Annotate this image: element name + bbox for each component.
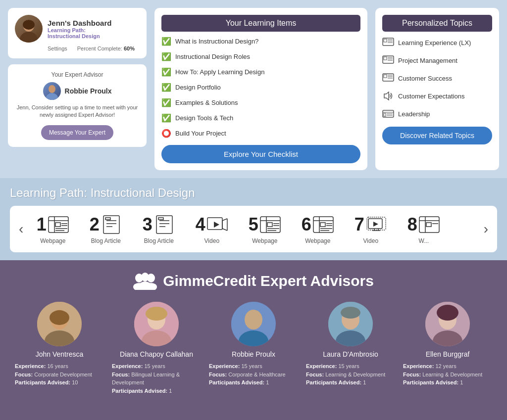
carousel-item-7[interactable]: 7 Video [347, 214, 394, 244]
item-type-label: Webpage [252, 237, 277, 244]
topic-icon-pm [382, 54, 394, 66]
checklist-item: ⭕ Build Your Project [161, 128, 360, 139]
advisor-name-diana: Diana Chapoy Callahan [120, 350, 193, 358]
carousel-item-1[interactable]: 1 Webpage [29, 214, 76, 244]
checklist-item: ✅ Examples & Solutions [161, 97, 360, 108]
percent-value: 60% [124, 46, 135, 51]
item-number-icon: 6 [302, 214, 334, 235]
advisor-card-laura: Laura D'Ambrosio Experience: 15 years Fo… [306, 302, 395, 395]
advisor-details-john: Experience: 16 years Focus: Corporate De… [15, 362, 104, 387]
svg-rect-72 [419, 217, 439, 233]
item-type-label: Webpage [40, 237, 65, 244]
left-panel: Jenn's Dashboard Learning Path: Instruct… [8, 8, 147, 170]
item-type-label: Webpage [305, 237, 330, 244]
avatar [15, 15, 43, 43]
svg-point-101 [437, 305, 458, 321]
carousel-prev-button[interactable]: ‹ [15, 221, 27, 237]
svg-rect-43 [158, 218, 163, 220]
topic-icon-lx [382, 37, 394, 48]
advisor-name-laura: Laura D'Ambrosio [323, 350, 378, 358]
svg-line-46 [222, 219, 227, 221]
svg-marker-67 [373, 222, 378, 227]
advisor-avatar-diana [134, 302, 179, 346]
svg-rect-11 [384, 57, 387, 60]
item-number-icon: 5 [249, 214, 281, 235]
item-type-label: Blog Article [91, 237, 121, 244]
topic-icon-lead [382, 108, 394, 120]
middle-panel: Your Learning Items ✅ What is Instructio… [154, 8, 367, 170]
advisor-details-robbie: Experience: 15 years Focus: Corporate & … [209, 362, 298, 387]
svg-rect-38 [105, 218, 110, 220]
topic-icon-cs [382, 72, 394, 84]
checklist-item: ✅ Design Tools & Tech [161, 112, 360, 124]
advisor-avatar-ellen [425, 302, 470, 346]
advisor-avatar-robbie [231, 302, 276, 346]
svg-point-81 [141, 273, 149, 281]
svg-rect-26 [49, 217, 68, 233]
checklist-label: Instructional Design Roles [175, 53, 250, 60]
checklist-label: Design Tools & Tech [175, 114, 233, 122]
checklist-label: Build Your Project [175, 130, 226, 137]
check-icon: ✅ [161, 113, 171, 123]
svg-point-3 [49, 85, 55, 93]
svg-point-82 [139, 281, 152, 290]
checklist-label: What is Instructional Design? [175, 38, 258, 45]
discover-topics-button[interactable]: Discover Related Topics [382, 127, 492, 144]
carousel-item-5[interactable]: 5 Webpage [241, 214, 288, 244]
dashboard-card: Jenn's Dashboard Learning Path: Instruct… [8, 8, 147, 58]
svg-point-90 [146, 307, 167, 321]
carousel-next-button[interactable]: › [480, 221, 492, 237]
svg-rect-6 [384, 39, 387, 42]
carousel-item-8[interactable]: 8 W... [400, 214, 447, 244]
svg-line-47 [222, 229, 227, 231]
advisor-avatar-laura [328, 302, 373, 346]
advisor-avatar-john [37, 302, 82, 346]
svg-rect-58 [313, 217, 333, 233]
carousel-item-3[interactable]: 3 Blog Article [135, 214, 182, 244]
item-type-label: Video [204, 237, 219, 244]
advisor-card-robbie: Robbie Proulx Experience: 15 years Focus… [209, 302, 298, 395]
svg-point-1 [20, 32, 38, 43]
checklist-item: ✅ How To: Apply Learning Design [161, 66, 360, 78]
checklist-label: Examples & Solutions [175, 99, 238, 106]
explore-checklist-button[interactable]: Explore Your Checklist [161, 145, 360, 163]
dashboard-name: Jenn's Dashboard [48, 19, 140, 27]
advisor-details-diana: Experience: 15 years Focus: Bilingual Le… [112, 362, 201, 395]
advisor-name-robbie: Robbie Proulx [232, 350, 275, 358]
advisor-name-ellen: Ellen Burggraf [426, 350, 470, 358]
svg-marker-45 [214, 222, 219, 228]
settings-percent-row: Settings Percent Complete: 60% [15, 46, 140, 51]
message-expert-button[interactable]: Message Your Expert [41, 125, 113, 140]
topic-label: Learning Experience (LX) [398, 39, 471, 47]
check-icon: ✅ [161, 52, 171, 61]
svg-rect-53 [267, 223, 272, 227]
top-section: Jenn's Dashboard Learning Path: Instruct… [0, 0, 507, 178]
checklist-item: ✅ What is Instructional Design? [161, 36, 360, 47]
carousel-item-4[interactable]: 4 Video [188, 214, 235, 244]
check-icon: ✅ [161, 67, 171, 77]
checklist-item: ✅ Instructional Design Roles [161, 51, 360, 62]
expert-name: Robbie Proulx [65, 87, 112, 95]
advisor-details-ellen: Experience: 12 years Focus: Learning & D… [403, 362, 492, 387]
svg-point-2 [23, 20, 35, 30]
item-type-label: Video [363, 237, 378, 244]
svg-rect-29 [55, 223, 60, 227]
carousel-item-6[interactable]: 6 Webpage [294, 214, 341, 244]
expert-label: Your Expert Advisor [51, 71, 103, 78]
svg-rect-50 [260, 217, 280, 233]
svg-rect-39 [156, 216, 172, 233]
carousel-item-2[interactable]: 2 Blog Article [82, 214, 129, 244]
topic-label: Customer Success [398, 75, 452, 82]
svg-point-97 [341, 307, 360, 319]
right-panel: Personalized Topics Learning Experience … [375, 8, 499, 170]
svg-marker-20 [384, 92, 389, 100]
topic-item: Learning Experience (LX) [382, 36, 492, 49]
topic-label: Project Management [398, 57, 457, 64]
svg-rect-34 [103, 216, 119, 233]
learning-path-label: Learning Path: Instructional Design [48, 27, 140, 39]
svg-rect-75 [426, 223, 431, 227]
settings-link[interactable]: Settings [48, 46, 67, 51]
lp-carousel: ‹ 1 Webpage [10, 206, 497, 252]
advisor-name-john: John Ventresca [36, 350, 84, 358]
learning-path-section: Learning Path: Instructional Design ‹ 1 [0, 178, 507, 260]
